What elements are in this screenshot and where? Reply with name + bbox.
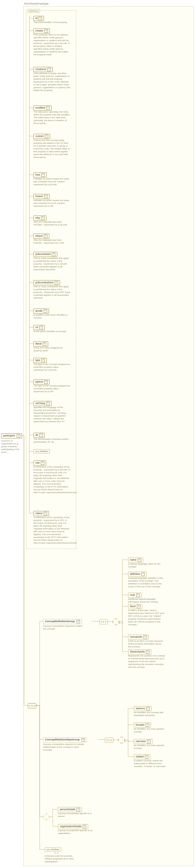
expand-icon[interactable]: +	[46, 402, 50, 405]
element-remoteinfo[interactable]: remoteInfo+	[128, 634, 149, 640]
expand-icon[interactable]: +	[146, 650, 150, 654]
diagram-canvas: { "typeLabel": "Flex1PartyPropType", "ro…	[0, 0, 195, 868]
expand-icon[interactable]: +	[44, 380, 47, 384]
attr-label: custom	[35, 135, 44, 137]
expand-icon[interactable]: +	[44, 29, 48, 33]
element-narrower[interactable]: narrower+	[134, 739, 153, 744]
sequence-icon	[105, 738, 113, 743]
attr-howuri[interactable]: howuri+	[33, 194, 50, 199]
attr-creator[interactable]: creator+	[33, 28, 50, 33]
attr-literal[interactable]: literal+	[33, 341, 48, 346]
expand-icon[interactable]: +	[39, 326, 43, 329]
attr-desc: The type of the concept assigned as cont…	[33, 363, 70, 371]
attr-desc: The local identifier of the property.	[33, 21, 67, 24]
expand-icon[interactable]: +	[39, 434, 43, 437]
expand-icon[interactable]: +	[146, 707, 150, 710]
expand-icon[interactable]: +	[46, 106, 50, 110]
attr-uri[interactable]: uri+	[33, 325, 45, 330]
expand-icon[interactable]: +	[83, 825, 86, 828]
cardinality: 0..∞	[55, 852, 59, 855]
element-name[interactable]: name+	[128, 557, 143, 563]
element-broader[interactable]: broader+	[134, 722, 151, 727]
expand-icon[interactable]: +	[145, 755, 148, 758]
attr-why[interactable]: why+	[33, 216, 46, 221]
attr-desc: One or many constraints that apply to pu…	[33, 285, 70, 300]
element-desc: An identifier of a more specific concept…	[134, 744, 171, 750]
attr-xml-lang[interactable]: xml:lang+	[33, 401, 52, 406]
group-concept-relationships[interactable]: ConceptRelationshipsGroup +	[43, 737, 87, 742]
element-desc: An identifier of a more generic concept.	[134, 727, 171, 733]
expand-icon[interactable]: +	[41, 216, 44, 220]
attr-type[interactable]: type+	[33, 358, 47, 363]
expand-icon[interactable]: +	[44, 512, 47, 515]
attr-id[interactable]: id+	[33, 16, 44, 21]
expand-icon[interactable]: +	[52, 253, 55, 256]
expand-icon[interactable]: +	[38, 17, 42, 20]
element-desc: A natural language definition of the sem…	[128, 577, 165, 588]
attr-modified[interactable]: modified+	[33, 105, 52, 111]
element-label: facet	[130, 605, 136, 608]
element-label: note	[130, 593, 135, 596]
element-label: definition	[130, 572, 140, 576]
expand-icon[interactable]: +	[82, 738, 85, 742]
attr-pubconstraint[interactable]: pubconstraint+	[33, 252, 57, 257]
attr-typeuri[interactable]: typeuri+	[33, 379, 50, 384]
expand-icon[interactable]: +	[55, 281, 58, 284]
attr-label: literal	[35, 342, 42, 345]
group-concept-definition[interactable]: ConceptDefinitionGroup +	[43, 619, 82, 624]
element-sameas[interactable]: sameAs+	[134, 706, 152, 711]
attr-label: pubconstraint	[35, 253, 51, 255]
expand-icon[interactable]: +	[76, 808, 80, 811]
expand-icon[interactable]: +	[44, 309, 47, 313]
element-desc: Represents the position of a concept in …	[128, 654, 165, 669]
attr-any-other[interactable]: any ##other	[33, 449, 50, 454]
expand-icon[interactable]: +	[146, 723, 149, 727]
expand-icon[interactable]: +	[137, 605, 140, 608]
expand-icon[interactable]: +	[44, 235, 47, 238]
element-label: related	[136, 755, 144, 758]
expand-icon[interactable]: +	[41, 461, 44, 465]
expand-icon[interactable]: +	[76, 620, 80, 623]
element-label: remoteInfo	[130, 636, 142, 638]
element-definition[interactable]: definition+	[128, 572, 147, 577]
group-label: ConceptDefinitionGroup	[45, 620, 75, 623]
attr-custom[interactable]: custom+	[33, 134, 50, 139]
expand-icon[interactable]: +	[147, 740, 151, 743]
attr-desc: Specifies the language of this property …	[33, 406, 70, 423]
any-other-element[interactable]: any ##other	[45, 847, 61, 851]
attr-qcode[interactable]: qcode+	[33, 309, 49, 314]
element-hierarchyinfo[interactable]: hierarchyInfo+	[128, 649, 151, 654]
expand-icon[interactable]: +	[141, 572, 145, 576]
element-note[interactable]: note+	[128, 593, 142, 598]
element-persondetails[interactable]: personDetails+	[58, 807, 82, 812]
element-facet[interactable]: facet+	[128, 604, 142, 609]
attr-whyuri[interactable]: whyuri+	[33, 234, 49, 239]
attr-how[interactable]: how+	[33, 173, 47, 178]
expand-icon[interactable]: +	[143, 636, 147, 639]
expand-icon[interactable]: +	[44, 195, 47, 198]
element-desc: A group of properties specific to an org…	[58, 829, 98, 835]
attr-creatoruri[interactable]: creatoruri+	[33, 67, 53, 72]
expand-icon[interactable]: +	[47, 68, 51, 71]
attr-label: how	[35, 173, 40, 176]
attr-label: creator	[35, 29, 43, 32]
cardinality: 0..∞	[119, 622, 123, 624]
root-element[interactable]: participant +	[1, 433, 22, 438]
expand-icon[interactable]: +	[41, 173, 45, 177]
cardinality: 0..∞	[125, 740, 129, 742]
expand-icon[interactable]: +	[138, 558, 141, 562]
expand-icon[interactable]: +	[41, 359, 45, 362]
element-organisationdetails[interactable]: organisationDetails+	[58, 824, 88, 829]
attr-dir[interactable]: dir+	[33, 433, 45, 438]
element-desc: A natural language name for the concept.	[128, 563, 165, 568]
attr-pubconstrainturi[interactable]: pubconstrainturi+	[33, 280, 60, 285]
attr-roleuri[interactable]: roleuri+	[33, 511, 49, 516]
attr-role[interactable]: role+	[33, 461, 46, 466]
expand-icon[interactable]: +	[17, 434, 20, 438]
element-desc: An identifier of a concept with equivale…	[134, 711, 171, 717]
sequence-icon	[28, 703, 36, 708]
expand-icon[interactable]: +	[136, 593, 140, 597]
expand-icon[interactable]: +	[43, 342, 46, 346]
element-related[interactable]: related+	[134, 754, 150, 760]
expand-icon[interactable]: +	[45, 135, 48, 138]
